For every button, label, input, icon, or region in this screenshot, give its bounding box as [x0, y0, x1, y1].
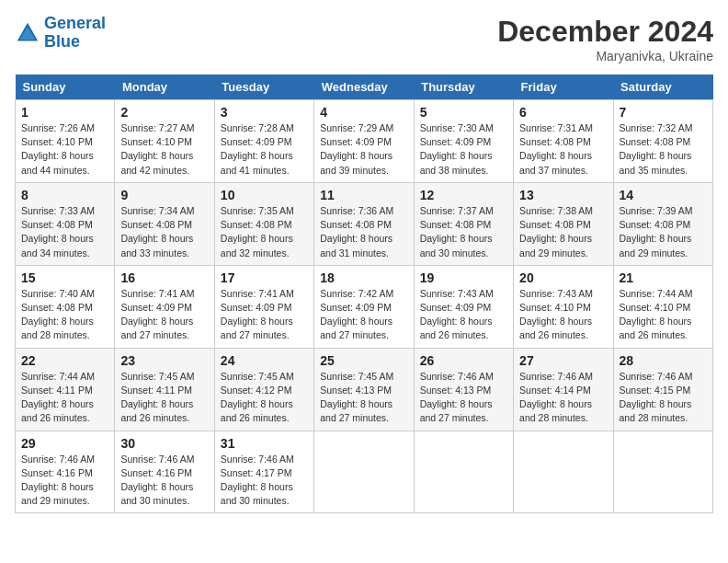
- day-cell: 5 Sunrise: 7:30 AM Sunset: 4:09 PM Dayli…: [414, 100, 513, 183]
- weekday-header-thursday: Thursday: [414, 75, 513, 100]
- day-number: 4: [320, 105, 407, 120]
- day-cell: 4 Sunrise: 7:29 AM Sunset: 4:09 PM Dayli…: [314, 100, 414, 183]
- day-cell: 21 Sunrise: 7:44 AM Sunset: 4:10 PM Dayl…: [613, 265, 712, 348]
- day-info: Sunrise: 7:43 AM Sunset: 4:10 PM Dayligh…: [519, 287, 607, 343]
- logo-text: General Blue: [44, 15, 106, 52]
- day-info: Sunrise: 7:39 AM Sunset: 4:08 PM Dayligh…: [620, 204, 707, 260]
- day-cell: 8 Sunrise: 7:33 AM Sunset: 4:08 PM Dayli…: [16, 182, 115, 265]
- day-number: 24: [221, 353, 308, 368]
- day-info: Sunrise: 7:45 AM Sunset: 4:12 PM Dayligh…: [221, 370, 308, 426]
- week-row-4: 22 Sunrise: 7:44 AM Sunset: 4:11 PM Dayl…: [16, 348, 713, 431]
- day-info: Sunrise: 7:45 AM Sunset: 4:13 PM Dayligh…: [320, 370, 407, 426]
- day-cell: 10 Sunrise: 7:35 AM Sunset: 4:08 PM Dayl…: [214, 182, 313, 265]
- weekday-header-tuesday: Tuesday: [214, 75, 313, 100]
- day-number: 23: [120, 353, 208, 368]
- day-cell: 22 Sunrise: 7:44 AM Sunset: 4:11 PM Dayl…: [16, 348, 115, 431]
- day-cell: 9 Sunrise: 7:34 AM Sunset: 4:08 PM Dayli…: [115, 182, 214, 265]
- day-info: Sunrise: 7:26 AM Sunset: 4:10 PM Dayligh…: [21, 121, 108, 178]
- day-number: 3: [221, 105, 308, 120]
- day-number: 10: [221, 188, 308, 202]
- day-number: 13: [519, 188, 607, 202]
- day-cell: 13 Sunrise: 7:38 AM Sunset: 4:08 PM Dayl…: [514, 182, 613, 265]
- day-info: Sunrise: 7:35 AM Sunset: 4:08 PM Dayligh…: [221, 204, 308, 260]
- month-title: December 2024: [497, 15, 713, 49]
- day-number: 12: [420, 188, 507, 202]
- weekday-header-monday: Monday: [115, 75, 214, 100]
- week-row-5: 29 Sunrise: 7:46 AM Sunset: 4:16 PM Dayl…: [16, 431, 713, 513]
- weekday-header-row: SundayMondayTuesdayWednesdayThursdayFrid…: [16, 75, 713, 100]
- page-header: General Blue December 2024 Maryanivka, U…: [15, 15, 713, 63]
- day-number: 11: [320, 188, 407, 202]
- day-cell: 14 Sunrise: 7:39 AM Sunset: 4:08 PM Dayl…: [613, 182, 712, 265]
- day-info: Sunrise: 7:44 AM Sunset: 4:11 PM Dayligh…: [21, 370, 108, 426]
- day-info: Sunrise: 7:46 AM Sunset: 4:16 PM Dayligh…: [120, 453, 208, 509]
- day-number: 25: [320, 353, 407, 368]
- day-cell: [514, 431, 613, 513]
- day-number: 29: [21, 436, 108, 451]
- calendar-table: SundayMondayTuesdayWednesdayThursdayFrid…: [15, 75, 713, 513]
- day-cell: 28 Sunrise: 7:46 AM Sunset: 4:15 PM Dayl…: [613, 348, 712, 431]
- day-number: 28: [620, 353, 707, 368]
- day-cell: 31 Sunrise: 7:46 AM Sunset: 4:17 PM Dayl…: [214, 431, 313, 513]
- day-cell: 26 Sunrise: 7:46 AM Sunset: 4:13 PM Dayl…: [414, 348, 513, 431]
- day-cell: 17 Sunrise: 7:41 AM Sunset: 4:09 PM Dayl…: [214, 265, 313, 348]
- day-number: 14: [620, 188, 707, 202]
- day-number: 22: [21, 353, 108, 368]
- week-row-3: 15 Sunrise: 7:40 AM Sunset: 4:08 PM Dayl…: [16, 265, 713, 348]
- day-number: 27: [519, 353, 607, 368]
- day-info: Sunrise: 7:42 AM Sunset: 4:09 PM Dayligh…: [320, 287, 407, 343]
- day-number: 17: [221, 270, 308, 285]
- day-cell: 24 Sunrise: 7:45 AM Sunset: 4:12 PM Dayl…: [214, 348, 313, 431]
- day-number: 21: [620, 270, 707, 285]
- day-info: Sunrise: 7:34 AM Sunset: 4:08 PM Dayligh…: [120, 204, 208, 260]
- day-cell: 23 Sunrise: 7:45 AM Sunset: 4:11 PM Dayl…: [115, 348, 214, 431]
- title-block: December 2024 Maryanivka, Ukraine: [497, 15, 713, 63]
- day-cell: 15 Sunrise: 7:40 AM Sunset: 4:08 PM Dayl…: [16, 265, 115, 348]
- logo-icon: [15, 20, 40, 46]
- day-info: Sunrise: 7:46 AM Sunset: 4:16 PM Dayligh…: [21, 453, 108, 509]
- week-row-1: 1 Sunrise: 7:26 AM Sunset: 4:10 PM Dayli…: [16, 100, 713, 183]
- day-info: Sunrise: 7:28 AM Sunset: 4:09 PM Dayligh…: [221, 121, 308, 178]
- day-cell: 29 Sunrise: 7:46 AM Sunset: 4:16 PM Dayl…: [16, 431, 115, 513]
- day-info: Sunrise: 7:46 AM Sunset: 4:13 PM Dayligh…: [420, 370, 507, 426]
- day-info: Sunrise: 7:41 AM Sunset: 4:09 PM Dayligh…: [221, 287, 308, 343]
- day-info: Sunrise: 7:27 AM Sunset: 4:10 PM Dayligh…: [120, 121, 208, 178]
- weekday-header-friday: Friday: [514, 75, 613, 100]
- day-info: Sunrise: 7:31 AM Sunset: 4:08 PM Dayligh…: [519, 121, 607, 178]
- subtitle: Maryanivka, Ukraine: [497, 49, 713, 63]
- day-cell: 25 Sunrise: 7:45 AM Sunset: 4:13 PM Dayl…: [314, 348, 414, 431]
- day-info: Sunrise: 7:45 AM Sunset: 4:11 PM Dayligh…: [120, 370, 208, 426]
- day-number: 30: [120, 436, 208, 451]
- day-info: Sunrise: 7:44 AM Sunset: 4:10 PM Dayligh…: [620, 287, 707, 343]
- day-number: 8: [21, 188, 108, 202]
- day-cell: 2 Sunrise: 7:27 AM Sunset: 4:10 PM Dayli…: [115, 100, 214, 183]
- day-number: 15: [21, 270, 108, 285]
- weekday-header-wednesday: Wednesday: [314, 75, 414, 100]
- day-cell: 20 Sunrise: 7:43 AM Sunset: 4:10 PM Dayl…: [514, 265, 613, 348]
- day-info: Sunrise: 7:41 AM Sunset: 4:09 PM Dayligh…: [120, 287, 208, 343]
- day-number: 7: [620, 105, 707, 120]
- day-info: Sunrise: 7:38 AM Sunset: 4:08 PM Dayligh…: [519, 204, 607, 260]
- day-number: 9: [120, 188, 208, 202]
- day-info: Sunrise: 7:37 AM Sunset: 4:08 PM Dayligh…: [420, 204, 507, 260]
- day-info: Sunrise: 7:40 AM Sunset: 4:08 PM Dayligh…: [21, 287, 108, 343]
- day-number: 26: [420, 353, 507, 368]
- day-info: Sunrise: 7:29 AM Sunset: 4:09 PM Dayligh…: [320, 121, 407, 178]
- day-cell: [414, 431, 513, 513]
- week-row-2: 8 Sunrise: 7:33 AM Sunset: 4:08 PM Dayli…: [16, 182, 713, 265]
- day-info: Sunrise: 7:46 AM Sunset: 4:17 PM Dayligh…: [221, 453, 308, 509]
- day-info: Sunrise: 7:36 AM Sunset: 4:08 PM Dayligh…: [320, 204, 407, 260]
- day-cell: 30 Sunrise: 7:46 AM Sunset: 4:16 PM Dayl…: [115, 431, 214, 513]
- day-number: 16: [120, 270, 208, 285]
- day-cell: [613, 431, 712, 513]
- day-cell: 19 Sunrise: 7:43 AM Sunset: 4:09 PM Dayl…: [414, 265, 513, 348]
- day-info: Sunrise: 7:33 AM Sunset: 4:08 PM Dayligh…: [21, 204, 108, 260]
- day-info: Sunrise: 7:46 AM Sunset: 4:15 PM Dayligh…: [620, 370, 707, 426]
- day-cell: 1 Sunrise: 7:26 AM Sunset: 4:10 PM Dayli…: [16, 100, 115, 183]
- logo: General Blue: [15, 15, 106, 52]
- day-info: Sunrise: 7:43 AM Sunset: 4:09 PM Dayligh…: [420, 287, 507, 343]
- day-info: Sunrise: 7:32 AM Sunset: 4:08 PM Dayligh…: [620, 121, 707, 178]
- day-number: 1: [21, 105, 108, 120]
- day-cell: [314, 431, 414, 513]
- day-info: Sunrise: 7:46 AM Sunset: 4:14 PM Dayligh…: [519, 370, 607, 426]
